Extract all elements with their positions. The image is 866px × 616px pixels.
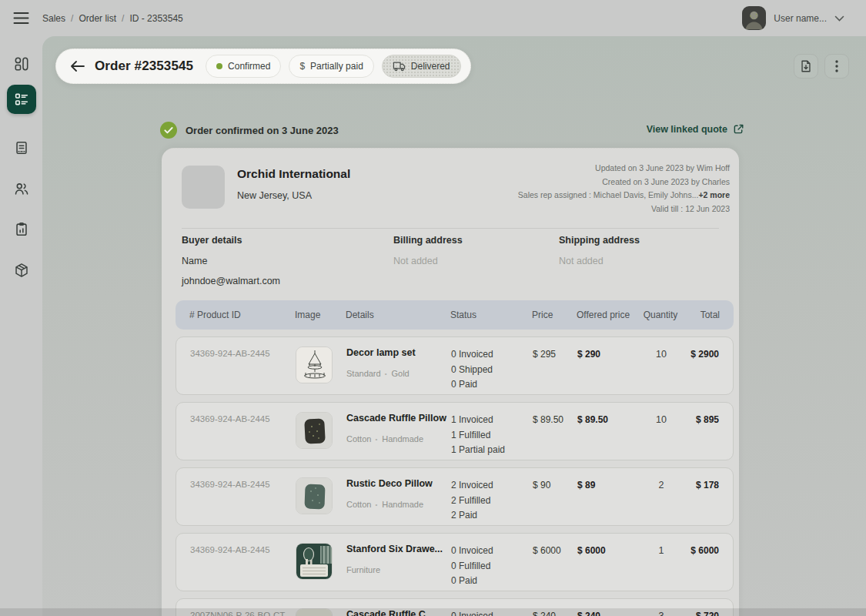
product-attr: Cotton — [346, 434, 371, 444]
product-offered-price: $ 240 — [577, 609, 642, 616]
chevron-down-icon[interactable] — [834, 15, 844, 22]
dollar-icon: $ — [299, 62, 305, 71]
sidebar-item-orders[interactable] — [7, 85, 36, 114]
sidebar-item-customers[interactable] — [0, 174, 42, 203]
product-attr: Handmade — [375, 500, 423, 509]
product-total: $ 2900 — [680, 347, 719, 360]
product-details: Cascade Ruffle Pillow CottonHandmade — [346, 413, 451, 444]
main-content: Order #2353545 Confirmed $ Partially pai… — [42, 36, 866, 616]
product-attr: Furniture — [346, 565, 380, 574]
dark-pillow-image — [296, 412, 333, 449]
meta-valid-till: Valid till : 12 Jun 2023 — [518, 203, 730, 216]
decor-lamp-image — [296, 346, 333, 383]
product-details: Rustic Deco Pillow CottonHandmade — [346, 478, 451, 509]
company-location: New Jersey, USA — [237, 190, 312, 201]
product-name: Stanford Six Drawe... — [346, 544, 451, 555]
product-name: Rustic Deco Pillow — [346, 478, 451, 490]
breadcrumb-order-list[interactable]: Order list — [79, 13, 116, 24]
product-id: 34369-924-AB-2445 — [190, 347, 296, 358]
product-attr: Handmade — [375, 434, 423, 444]
buyer-name: Name — [182, 256, 207, 266]
product-id: 34369-924-AB-2445 — [190, 478, 296, 489]
product-price: $ 6000 — [533, 544, 577, 556]
product-total: $ 895 — [680, 413, 719, 425]
company-logo-placeholder — [182, 166, 225, 209]
product-status: 0 Invoiced 0 Shipped 0 Paid — [451, 347, 533, 393]
badge-label: Partially paid — [310, 61, 363, 72]
top-bar: Sales / Order list / ID - 2353545 User n… — [0, 0, 866, 36]
product-price: $ 89.50 — [533, 413, 577, 425]
badge-label: Delivered — [411, 61, 450, 72]
meta-sales-rep: Sales rep assigned : Michael Davis, Emil… — [518, 189, 730, 203]
product-attr: Gold — [385, 369, 410, 378]
table-row[interactable]: 34369-924-AB-2445 Decor lamp set Standar… — [176, 336, 734, 395]
confirmation-message: Order confirmed on 3 June 2023 — [186, 125, 339, 136]
col-quantity: Quantity — [641, 310, 680, 320]
product-attr: Standard — [346, 369, 381, 378]
section-divider — [182, 228, 719, 229]
status-badge-payment: $ Partially paid — [289, 55, 373, 78]
product-id: 200ZNN06-P-26-BO-CT — [190, 609, 296, 616]
reports-icon — [13, 221, 30, 238]
shipping-address-value: Not added — [559, 256, 604, 266]
back-arrow-icon — [71, 61, 85, 72]
product-details: Cascade Ruffle C... — [346, 609, 451, 616]
product-offered-price: $ 6000 — [577, 544, 642, 556]
col-total: Total — [680, 310, 720, 320]
link-label: View linked quote — [647, 124, 727, 135]
product-status: 1 Invoiced 1 Fulfilled 1 Partial paid — [451, 413, 533, 458]
product-quantity: 1 — [642, 544, 680, 556]
product-id: 34369-924-AB-2445 — [190, 544, 296, 554]
sidebar-item-dashboard[interactable] — [0, 49, 42, 79]
product-price: $ 295 — [533, 347, 577, 360]
more-options-button[interactable] — [824, 54, 849, 79]
meta-created: Created on 3 June 2023 by Charles — [518, 176, 730, 189]
sidebar-item-products[interactable] — [0, 256, 42, 285]
download-document-button[interactable] — [794, 54, 818, 79]
product-status: 0 Invoiced 0 Fulfilled 0 Paid — [451, 544, 533, 589]
check-circle-icon — [160, 122, 177, 139]
breadcrumb-sales[interactable]: Sales — [42, 13, 65, 24]
billing-address-value: Not added — [393, 256, 438, 266]
product-offered-price: $ 89.50 — [577, 413, 642, 425]
col-product-id: # Product ID — [189, 310, 295, 320]
external-link-icon — [733, 123, 744, 135]
back-button[interactable] — [69, 57, 87, 75]
product-quantity: 3 — [642, 609, 680, 616]
col-image: Image — [295, 310, 346, 320]
table-row[interactable]: 34369-924-AB-2445 Rustic Deco Pillow Cot… — [176, 467, 734, 526]
product-total: $ 6000 — [680, 544, 719, 556]
badge-label: Confirmed — [228, 61, 270, 72]
dashboard-icon — [13, 55, 30, 72]
breadcrumb-current-id: ID - 2353545 — [129, 13, 182, 24]
col-price: Price — [532, 310, 577, 320]
product-price: $ 90 — [533, 478, 577, 490]
company-name: Orchid International — [237, 167, 350, 181]
product-quantity: 2 — [642, 478, 680, 490]
teal-pillow-image — [296, 477, 333, 514]
user-avatar[interactable] — [742, 6, 766, 30]
col-status: Status — [450, 310, 532, 320]
table-row[interactable]: 34369-924-AB-2445 Cascade Ruffle Pillow … — [176, 402, 734, 460]
table-row[interactable]: 34369-924-AB-2445 Stanford Six Drawe... … — [176, 533, 734, 591]
product-offered-price: $ 290 — [577, 347, 642, 360]
order-meta: Updated on 3 June 2023 by Wim Hoff Creat… — [518, 162, 730, 216]
table-row[interactable]: 200ZNN06-P-26-BO-CT Cascade Ruffle C... … — [176, 598, 734, 616]
file-download-icon — [799, 59, 813, 73]
meta-updated: Updated on 3 June 2023 by Wim Hoff — [518, 162, 730, 176]
hamburger-menu-icon[interactable] — [13, 12, 30, 25]
product-rows: 34369-924-AB-2445 Decor lamp set Standar… — [176, 336, 734, 616]
shipping-address-label: Shipping address — [559, 235, 640, 246]
customers-icon — [13, 180, 30, 197]
more-reps-link[interactable]: +2 more — [698, 190, 730, 199]
sidebar-item-reports[interactable] — [0, 215, 42, 244]
sidebar-item-invoices[interactable] — [0, 133, 42, 162]
user-menu[interactable]: User name... — [742, 0, 844, 36]
product-details: Stanford Six Drawe... Furniture — [346, 544, 451, 574]
view-linked-quote-link[interactable]: View linked quote — [647, 123, 744, 135]
user-name-label: User name... — [774, 13, 827, 24]
kebab-menu-icon — [835, 60, 838, 72]
col-details: Details — [346, 310, 450, 320]
product-status: 0 Invoiced — [451, 609, 533, 616]
product-name: Decor lamp set — [346, 347, 451, 359]
